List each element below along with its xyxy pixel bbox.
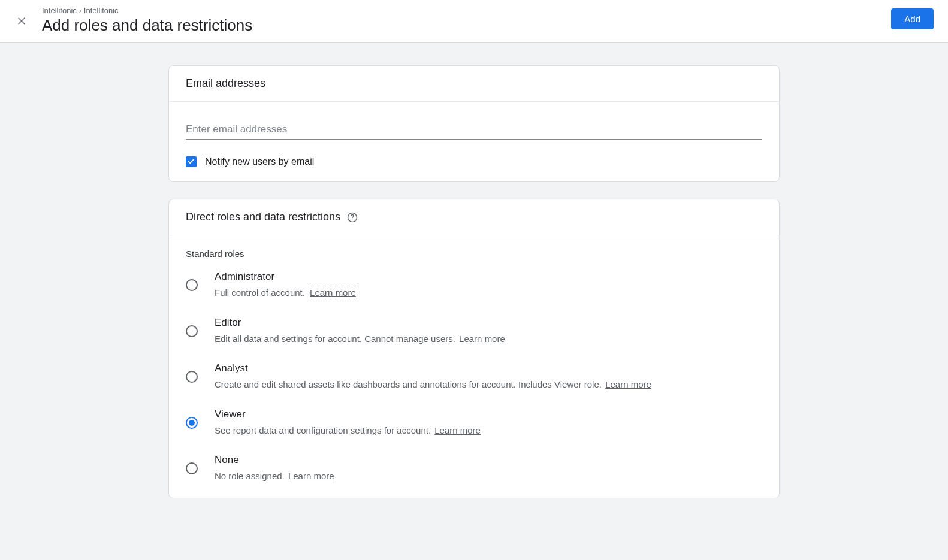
role-option-analyst: Analyst Create and edit shared assets li… (186, 362, 762, 392)
learn-more-link[interactable]: Learn more (459, 334, 505, 344)
header-left: Intellitonic › Intellitonic Add roles an… (14, 6, 252, 35)
role-option-none: None No role assigned. Learn more (186, 454, 762, 483)
role-text: Editor Edit all data and settings for ac… (215, 317, 762, 346)
close-button[interactable] (14, 14, 29, 29)
svg-point-3 (352, 219, 352, 220)
role-radio-analyst[interactable] (186, 371, 198, 383)
notify-label[interactable]: Notify new users by email (205, 156, 314, 167)
role-radio-viewer[interactable] (186, 417, 198, 429)
email-section-title: Email addresses (186, 77, 265, 90)
roles-section-title: Direct roles and data restrictions (186, 211, 340, 223)
email-card-body: Notify new users by email (169, 102, 779, 181)
breadcrumb: Intellitonic › Intellitonic (42, 6, 252, 15)
role-name: Administrator (215, 271, 762, 283)
breadcrumb-item[interactable]: Intellitonic (84, 6, 119, 15)
role-radio-none[interactable] (186, 462, 198, 474)
email-card: Email addresses Notify new users by emai… (168, 65, 780, 182)
breadcrumb-item[interactable]: Intellitonic (42, 6, 77, 15)
role-desc: Edit all data and settings for account. … (215, 332, 762, 346)
learn-more-link[interactable]: Learn more (434, 425, 481, 435)
close-icon (16, 16, 27, 28)
role-name: Editor (215, 317, 762, 329)
standard-roles-heading: Standard roles (186, 249, 762, 259)
role-name: Analyst (215, 362, 762, 374)
learn-more-link[interactable]: Learn more (309, 287, 357, 298)
notify-checkbox-row: Notify new users by email (186, 156, 762, 167)
role-desc: Full control of account. Learn more (215, 286, 762, 300)
role-radio-administrator[interactable] (186, 279, 198, 291)
role-text: None No role assigned. Learn more (215, 454, 762, 483)
role-text: Administrator Full control of account. L… (215, 271, 762, 300)
role-radio-editor[interactable] (186, 325, 198, 337)
help-icon[interactable] (346, 211, 358, 223)
role-option-editor: Editor Edit all data and settings for ac… (186, 317, 762, 346)
title-block: Intellitonic › Intellitonic Add roles an… (42, 6, 252, 35)
role-desc: No role assigned. Learn more (215, 470, 762, 483)
notify-checkbox[interactable] (186, 156, 197, 167)
roles-card-body: Standard roles Administrator Full contro… (169, 235, 779, 498)
role-desc: See report data and configuration settin… (215, 424, 762, 438)
check-icon (187, 157, 195, 167)
role-name: None (215, 454, 762, 466)
learn-more-link[interactable]: Learn more (288, 471, 334, 481)
content: Email addresses Notify new users by emai… (156, 65, 792, 539)
roles-card: Direct roles and data restrictions Stand… (168, 199, 780, 498)
email-input-wrap (186, 115, 762, 140)
role-text: Viewer See report data and configuration… (215, 408, 762, 438)
add-button[interactable]: Add (891, 8, 934, 29)
role-option-viewer: Viewer See report data and configuration… (186, 408, 762, 438)
email-input[interactable] (186, 115, 762, 140)
role-desc: Create and edit shared assets like dashb… (215, 378, 762, 392)
role-text: Analyst Create and edit shared assets li… (215, 362, 762, 392)
email-card-header: Email addresses (169, 66, 779, 102)
learn-more-link[interactable]: Learn more (605, 379, 651, 389)
chevron-right-icon: › (79, 7, 81, 15)
page-title: Add roles and data restrictions (42, 16, 252, 35)
role-option-administrator: Administrator Full control of account. L… (186, 271, 762, 300)
page-header: Intellitonic › Intellitonic Add roles an… (0, 0, 948, 43)
roles-card-header: Direct roles and data restrictions (169, 199, 779, 235)
role-name: Viewer (215, 408, 762, 420)
